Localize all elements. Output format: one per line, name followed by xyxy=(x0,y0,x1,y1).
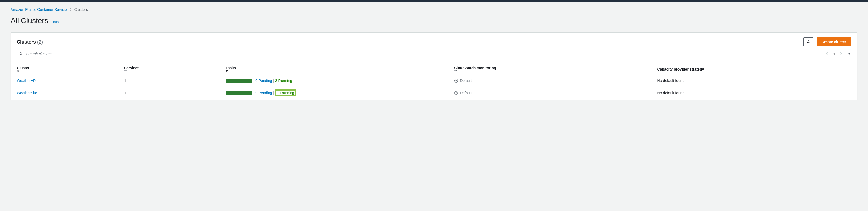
svg-point-4 xyxy=(455,91,458,95)
search-box xyxy=(17,50,181,58)
monitoring-text: Default xyxy=(460,91,471,95)
breadcrumb-current: Clusters xyxy=(74,7,88,12)
col-capacity: Capacity provider strategy xyxy=(654,63,857,76)
cluster-name-link[interactable]: WeatherSite xyxy=(17,91,37,95)
sort-icon xyxy=(454,70,651,72)
check-circle-icon xyxy=(454,91,458,95)
pending-count: 0 Pending xyxy=(255,91,272,95)
page-content: Amazon Elastic Container Service Cluster… xyxy=(0,2,868,105)
running-count: 2 Running xyxy=(275,89,297,96)
task-progress-bar xyxy=(225,91,252,95)
chevron-right-icon xyxy=(69,8,72,11)
services-cell: 1 xyxy=(121,76,223,86)
services-cell: 1 xyxy=(121,86,223,100)
page-header: All Clusters Info xyxy=(11,17,857,25)
panel-title-text: Clusters xyxy=(17,39,36,44)
sort-icon xyxy=(124,70,219,72)
svg-point-3 xyxy=(455,79,458,83)
check-circle-icon xyxy=(454,79,458,83)
clusters-table: Cluster Services Tasks CloudWatch monito… xyxy=(11,63,857,99)
page-number: 1 xyxy=(833,52,835,56)
pending-count: 0 Pending xyxy=(255,79,272,83)
tasks-cell: 0 Pending | 2 Running xyxy=(225,89,448,96)
separator: | xyxy=(273,91,274,95)
info-link[interactable]: Info xyxy=(53,20,59,24)
task-progress-bar xyxy=(225,79,252,83)
table-row: WeatherAPI 1 0 Pending | 3 Running Defau… xyxy=(11,76,857,86)
cluster-name-link[interactable]: WeatherAPI xyxy=(17,79,37,83)
col-monitoring-label: CloudWatch monitoring xyxy=(454,66,496,70)
col-cluster-label: Cluster xyxy=(17,66,29,70)
tasks-cell: 0 Pending | 3 Running xyxy=(225,79,448,83)
col-services-label: Services xyxy=(124,66,140,70)
header-actions: Create cluster xyxy=(803,37,851,47)
separator: | xyxy=(273,79,274,83)
sort-icon-active xyxy=(225,70,448,72)
table-row: WeatherSite 1 0 Pending | 2 Running Defa… xyxy=(11,86,857,100)
create-cluster-button[interactable]: Create cluster xyxy=(816,37,851,47)
search-input[interactable] xyxy=(17,50,181,58)
refresh-button[interactable] xyxy=(803,37,813,47)
col-tasks[interactable]: Tasks xyxy=(222,63,451,76)
task-text: 0 Pending | 3 Running xyxy=(255,79,292,83)
pagination: 1 xyxy=(826,52,851,56)
col-cluster[interactable]: Cluster xyxy=(11,63,121,76)
svg-point-2 xyxy=(849,53,850,54)
panel-header: Clusters (2) Create cluster xyxy=(11,33,857,47)
panel-count: (2) xyxy=(37,39,43,44)
col-tasks-label: Tasks xyxy=(225,66,236,70)
next-page-button[interactable] xyxy=(840,52,842,56)
svg-point-0 xyxy=(20,53,22,55)
monitoring-text: Default xyxy=(460,79,471,83)
breadcrumb: Amazon Elastic Container Service Cluster… xyxy=(11,7,857,12)
col-capacity-label: Capacity provider strategy xyxy=(657,67,704,71)
running-count: 3 Running xyxy=(275,79,292,83)
svg-line-1 xyxy=(22,54,23,56)
search-icon xyxy=(19,52,23,56)
panel-title-wrap: Clusters (2) xyxy=(17,39,43,45)
prev-page-button[interactable] xyxy=(826,52,828,56)
monitoring-cell: Default xyxy=(454,91,651,95)
sort-icon xyxy=(17,70,118,72)
col-services[interactable]: Services xyxy=(121,63,223,76)
panel-title: Clusters (2) xyxy=(17,39,43,44)
settings-button[interactable] xyxy=(847,52,851,56)
search-row: 1 xyxy=(11,47,857,63)
refresh-icon xyxy=(806,40,810,44)
task-text: 0 Pending | 2 Running xyxy=(255,89,297,96)
col-monitoring[interactable]: CloudWatch monitoring xyxy=(451,63,654,76)
monitoring-cell: Default xyxy=(454,79,651,83)
clusters-panel: Clusters (2) Create cluster xyxy=(11,32,857,100)
top-nav-bar xyxy=(0,0,868,2)
capacity-cell: No default found xyxy=(654,86,857,100)
page-title: All Clusters xyxy=(11,17,48,25)
breadcrumb-root-link[interactable]: Amazon Elastic Container Service xyxy=(11,7,67,12)
capacity-cell: No default found xyxy=(654,76,857,86)
